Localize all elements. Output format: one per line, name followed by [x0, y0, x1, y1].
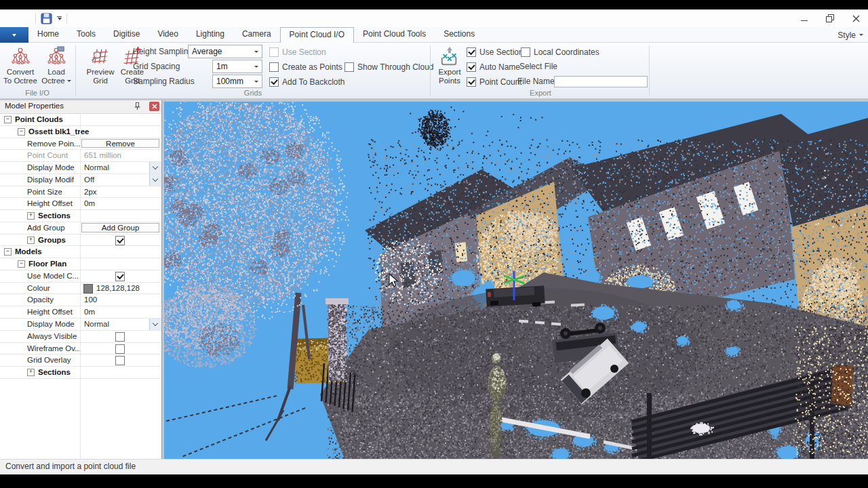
style-menu-button[interactable]: Style [837, 28, 863, 42]
property-label: Colour [27, 284, 50, 292]
property-row-grid-overlay: Grid Overlay [0, 354, 161, 367]
height-sampling-select[interactable]: Average [188, 45, 262, 58]
color-swatch[interactable] [83, 284, 93, 293]
display-mode-select[interactable]: Normal [81, 162, 161, 174]
app-menu-button[interactable] [0, 27, 28, 43]
close-icon [852, 15, 860, 22]
show-through-cloud-checkbox[interactable]: Show Through Cloud [344, 62, 434, 72]
panel-header: Model Properties [0, 100, 161, 114]
expander-icon[interactable]: − [4, 116, 12, 123]
preview-grid-button[interactable]: Preview Grid [84, 45, 117, 87]
property-row-display-modif: Display ModifOff [0, 174, 161, 186]
expander-icon[interactable]: − [18, 128, 25, 136]
tab-list: HomeToolsDigitiseVideoLightingCameraPoin… [28, 27, 484, 42]
group-row-models: −Models [0, 246, 161, 258]
save-icon[interactable] [41, 13, 52, 24]
grid-spacing-select[interactable]: 1m [212, 60, 262, 73]
group-label: Groups [38, 236, 66, 244]
sampling-radius-select[interactable]: 100mm [212, 75, 262, 88]
checkbox[interactable] [115, 272, 125, 281]
checkbox[interactable] [115, 332, 125, 342]
expander-icon[interactable]: + [27, 237, 35, 244]
use-section-checkbox[interactable]: Use Section [269, 47, 326, 57]
add-to-backcloth-checkbox[interactable]: Add To Backcloth [269, 77, 345, 87]
tab-tools[interactable]: Tools [68, 27, 104, 42]
tab-home[interactable]: Home [28, 27, 68, 42]
convert-to-octree-button[interactable]: Convert To Octree [2, 45, 39, 87]
select-file-button[interactable]: Select File [519, 60, 557, 73]
pin-icon[interactable] [134, 102, 141, 110]
chevron-down-icon [254, 81, 258, 83]
tab-sections[interactable]: Sections [435, 27, 484, 42]
property-row-wireframe-ov: Wireframe Ov... [0, 343, 161, 355]
style-label: Style [837, 30, 856, 40]
checkbox-label: Create as Points [282, 62, 342, 72]
grid-spacing-label: Grid Spacing [133, 60, 180, 73]
property-row-colour: Colour128,128,128 [0, 283, 161, 295]
property-value: 651 million [84, 151, 121, 159]
close-button[interactable] [852, 14, 860, 22]
create-as-points-checkbox[interactable]: Create as Points [269, 62, 342, 72]
add-group-button[interactable]: Add Group [81, 223, 159, 232]
viewport-canvas[interactable] [164, 102, 868, 459]
property-row-remove-poin: Remove Poin...Remove [0, 138, 161, 150]
tab-camera[interactable]: Camera [233, 27, 280, 42]
minimize-button[interactable] [800, 14, 808, 22]
auto-name-checkbox[interactable]: Auto Name [467, 62, 520, 72]
chevron-down-icon[interactable] [149, 174, 161, 186]
expander-icon[interactable]: − [4, 248, 12, 256]
tab-lighting[interactable]: Lighting [187, 27, 233, 42]
group-separator [430, 45, 431, 96]
preview-grid-icon [90, 46, 111, 66]
chevron-down-icon[interactable] [149, 162, 161, 174]
window-controls [800, 9, 860, 27]
display-modif-select[interactable]: Off [81, 174, 161, 186]
checkbox[interactable] [115, 356, 125, 365]
separator [66, 14, 67, 24]
expander-icon[interactable]: − [18, 260, 25, 268]
viewport-3d[interactable] [164, 102, 868, 459]
export-use-section-checkbox[interactable]: Use Section [467, 47, 524, 57]
group-row-groups: +Groups [0, 235, 161, 247]
display-mode-select[interactable]: Normal [81, 319, 161, 330]
property-label: Height Offset [27, 199, 73, 207]
tab-video[interactable]: Video [149, 27, 186, 42]
load-octree-button[interactable]: Load Octree [39, 45, 73, 87]
file-name-input[interactable] [554, 76, 648, 87]
checkbox[interactable] [115, 344, 125, 354]
checkbox [269, 47, 279, 57]
restore-button[interactable] [826, 14, 834, 22]
group-label: Sections [38, 211, 71, 220]
selected-value: Normal [84, 320, 109, 328]
checkbox[interactable] [115, 236, 125, 245]
point-count-checkbox[interactable]: Point Count [467, 77, 522, 87]
local-coordinates-checkbox[interactable]: Local Coordinates [521, 47, 599, 57]
minimize-icon [801, 20, 808, 21]
property-value[interactable]: 0m [84, 199, 95, 207]
ribbon: Convert To Octree Load Octree File I/O P [0, 43, 868, 99]
property-value[interactable]: 0m [84, 308, 95, 316]
chevron-down-icon[interactable] [149, 319, 161, 330]
tab-point-cloud-tools[interactable]: Point Cloud Tools [354, 27, 435, 42]
checkbox [344, 62, 354, 72]
restore-icon [826, 14, 834, 22]
property-label: Grid Overlay [27, 356, 71, 364]
expander-icon[interactable]: + [27, 212, 35, 220]
group-label-file-io: File I/O [0, 89, 75, 97]
property-row-always-visible: Always Visible [0, 331, 161, 343]
group-separator [75, 45, 76, 96]
property-value[interactable]: 2px [84, 188, 97, 196]
expander-icon[interactable]: + [27, 369, 35, 376]
qat-customize-icon[interactable] [57, 16, 62, 21]
export-points-button[interactable]: Export Points [433, 45, 467, 87]
property-row-height-offset: Height Offset0m [0, 306, 161, 319]
tab-digitise[interactable]: Digitise [104, 27, 149, 42]
remove-button[interactable]: Remove [81, 139, 159, 148]
ribbon-tab-bar: HomeToolsDigitiseVideoLightingCameraPoin… [0, 27, 868, 43]
group-row-ossett-blk1-tree: −Ossett blk1_tree [0, 126, 161, 138]
group-label-export: Export [431, 89, 650, 97]
panel-close-button[interactable] [149, 102, 159, 111]
tab-point-cloud-i-o[interactable]: Point Cloud I/O [280, 27, 354, 43]
model-properties-panel: Model Properties −Point Clouds−Ossett bl… [0, 100, 162, 459]
property-value[interactable]: 100 [84, 296, 97, 304]
